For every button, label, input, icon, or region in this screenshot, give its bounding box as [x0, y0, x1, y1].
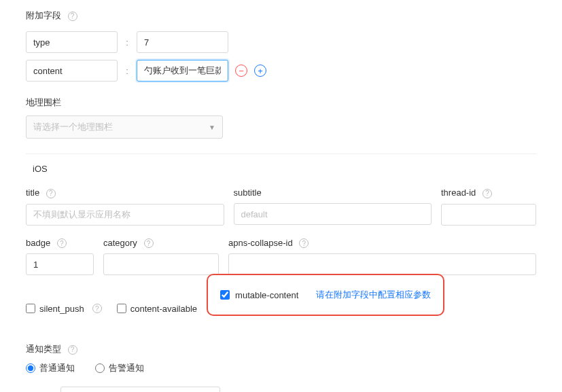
help-icon[interactable]: ? [57, 238, 67, 248]
silent-push-checkbox[interactable] [26, 304, 35, 313]
help-icon[interactable]: ? [68, 345, 77, 355]
help-icon[interactable]: ? [482, 189, 492, 198]
mutable-content-label: mutable-content [235, 290, 298, 300]
apns-collapse-label: apns-collapse-id [228, 238, 293, 248]
notify-normal-label: 普通通知 [39, 362, 75, 374]
chevron-down-icon: ▼ [209, 124, 215, 131]
platform-name: iOS [33, 164, 48, 174]
colon: : [124, 66, 130, 76]
notify-normal-radio[interactable] [26, 363, 35, 373]
divider [26, 154, 536, 154]
category-label: category [103, 238, 137, 248]
apns-collapse-input[interactable] [228, 253, 536, 275]
geofence-select[interactable]: 请选择一个地理围栏 ▼ [26, 115, 223, 139]
geofence-placeholder: 请选择一个地理围栏 [33, 121, 113, 133]
colon: : [124, 37, 130, 48]
sound-input[interactable] [60, 387, 220, 392]
add-field-button[interactable]: + [254, 65, 266, 77]
help-icon[interactable]: ? [299, 238, 309, 248]
extra-value-input-0[interactable] [137, 31, 228, 53]
content-available-label: content-available [130, 304, 197, 314]
extra-key-input-0[interactable] [26, 31, 118, 53]
threadid-input[interactable] [441, 204, 536, 226]
extra-fields-label: 附加字段 [26, 10, 61, 20]
badge-input[interactable] [26, 253, 94, 275]
geofence-label: 地理围栏 [26, 97, 61, 107]
mutable-content-hint[interactable]: 请在附加字段中配置相应参数 [316, 289, 431, 301]
notify-alert-label: 告警通知 [109, 362, 144, 374]
category-input[interactable] [103, 253, 219, 275]
notify-alert-radio[interactable] [95, 363, 105, 373]
badge-label: badge [26, 238, 50, 248]
remove-field-button[interactable]: − [235, 65, 247, 77]
subtitle-label: subtitle [234, 188, 262, 198]
mutable-content-checkbox[interactable] [220, 290, 230, 300]
title-input[interactable] [26, 204, 224, 226]
extra-key-input-1[interactable] [26, 60, 118, 82]
help-icon[interactable]: ? [68, 12, 77, 21]
mutable-content-highlight: mutable-content 请在附加字段中配置相应参数 [207, 274, 444, 316]
help-icon[interactable]: ? [92, 304, 102, 313]
notify-type-label: 通知类型 [26, 344, 61, 354]
content-available-checkbox[interactable] [117, 304, 126, 313]
title-label: title [26, 188, 39, 198]
threadid-label: thread-id [441, 188, 476, 198]
subtitle-input[interactable] [234, 203, 432, 225]
extra-value-input-1[interactable] [137, 60, 228, 82]
silent-push-label: silent_push [39, 304, 84, 314]
help-icon[interactable]: ? [144, 238, 154, 248]
help-icon[interactable]: ? [46, 189, 56, 198]
